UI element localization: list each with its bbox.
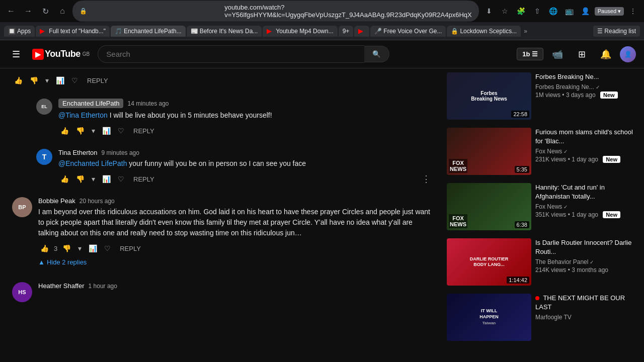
home-button[interactable]: ⌂ [55, 4, 69, 18]
forward-button[interactable]: → [21, 4, 35, 18]
tab-yt3[interactable]: ▶ [354, 26, 369, 37]
author-heather[interactable]: Heather Shaffer [38, 282, 85, 290]
duration-fox1: 5:35 [515, 166, 529, 173]
youtube-page: ☰ ▶ YouTube GB 🔍 1b ☰ 📹 ⊞ 🔔 👤 [0, 40, 644, 358]
like-enchanted[interactable]: 👍 [58, 125, 71, 137]
author-tina[interactable]: Tina Etherton [58, 149, 98, 156]
account-button[interactable]: 👤 [579, 4, 593, 18]
chart-bobbie[interactable]: 📊 [87, 242, 99, 254]
sidebar[interactable]: ForbesBreaking News 22:58 Forbes Breakin… [443, 68, 644, 358]
tab-num[interactable]: 9+ [339, 26, 354, 37]
reading-list-button[interactable]: ☰ Reading list [593, 26, 640, 37]
text-enchanted: @Tina Etherton I will be live about you … [58, 110, 431, 121]
video-title-fox2: Hannity: 'Cut and run' in Afghanistan 't… [535, 183, 640, 201]
video-title-marfoogle: THE NEXT MIGHT BE OUR LAST [535, 294, 640, 312]
dislike-tina[interactable]: 👎 [74, 173, 87, 185]
download-button[interactable]: ⬇ [482, 4, 496, 18]
time-bobbie: 20 hours ago [79, 198, 115, 205]
more-options-tina[interactable]: ⋮ [422, 173, 431, 185]
hide-replies-button[interactable]: ▲ Hide 2 replies [38, 254, 87, 270]
reply-button-top[interactable]: REPLY [83, 75, 112, 86]
comment-enchanted: EL Enchanted LifePath 14 minutes ago @Ti… [36, 99, 431, 137]
more-bobbie[interactable]: ▾ [76, 242, 84, 254]
tab-lockdown[interactable]: 🔒 Lockdown Sceptics... [447, 26, 521, 37]
channel-name-forbes: Forbes Breaking Ne... [535, 83, 594, 90]
chart-enchanted[interactable]: 📊 [100, 125, 113, 137]
thumb-label-fox2: FOXNEWS [449, 214, 467, 228]
sidebar-video-forbes[interactable]: ForbesBreaking News 22:58 Forbes Breakin… [447, 68, 640, 124]
sidebar-video-fox1[interactable]: FOXNEWS 5:35 Furious mom slams child's s… [447, 124, 640, 179]
chart-tina[interactable]: 📊 [100, 173, 113, 185]
tab-apps[interactable]: 🔲 Apps [4, 26, 35, 37]
search-button[interactable]: 🔍 [364, 46, 389, 62]
channel-name-fox2: Fox News [535, 203, 562, 210]
youtube-logo[interactable]: ▶ YouTube GB [32, 49, 90, 60]
more-enchanted[interactable]: ▾ [90, 125, 97, 137]
sidebar-video-marfoogle[interactable]: IT WILLHAPPENTaiwan THE NEXT MIGHT BE OU… [447, 290, 640, 345]
reply-indent-tina: T Tina Etherton 9 minutes ago @Enchanted… [36, 149, 431, 185]
video-info-fox2: Hannity: 'Cut and run' in Afghanistan 't… [535, 183, 640, 230]
more-button[interactable]: ⋮ [626, 4, 640, 18]
video-info-fox1: Furious mom slams child's school for 'Bl… [535, 128, 640, 175]
reply-enchanted[interactable]: REPLY [129, 125, 158, 137]
refresh-button[interactable]: ↻ [38, 4, 52, 18]
chart-button-top[interactable]: 📊 [54, 74, 66, 86]
reply-tina[interactable]: REPLY [129, 173, 158, 185]
back-button[interactable]: ← [4, 4, 18, 18]
reply-bobbie[interactable]: REPLY [116, 243, 145, 254]
author-enchanted[interactable]: Enchanted LifePath [58, 99, 123, 108]
counter-button[interactable]: 1b ☰ [517, 48, 543, 60]
comment-thread-bobbie: BP Bobbie Peak 20 hours ago I am beyond … [12, 191, 431, 276]
heart-tina[interactable]: ♡ [116, 173, 126, 185]
extensions-button[interactable]: 🧩 [514, 4, 528, 18]
address-bar[interactable]: 🔒 youtube.com/watch?v=Y56lfgsHYYM&lc=Ugy… [72, 1, 479, 22]
paused-chevron: ▾ [618, 8, 621, 15]
comment-thread-enchanted: EL Enchanted LifePath 14 minutes ago @Ti… [12, 93, 431, 143]
star-button[interactable]: ☆ [498, 4, 512, 18]
tab-fulltext-label: Full text of "Handb..." [49, 28, 106, 35]
sidebar-video-darlie[interactable]: DARLIE ROUTIERBODY LANG... 1:14:42 Is Da… [447, 234, 640, 290]
dislike-bobbie[interactable]: 👎 [60, 242, 73, 254]
thumbnail-marfoogle: IT WILLHAPPENTaiwan [447, 294, 531, 341]
like-tina[interactable]: 👍 [58, 173, 71, 185]
cast-button[interactable]: 📺 [562, 4, 577, 18]
mention-enchanted[interactable]: @Tina Etherton [58, 111, 108, 119]
time-enchanted: 14 minutes ago [127, 100, 169, 107]
more-actions-top[interactable]: ▾ [43, 74, 51, 86]
tab-ytmp4[interactable]: ▶ Youtube Mp4 Down... [263, 26, 337, 37]
heart-bobbie[interactable]: ♡ [102, 242, 113, 254]
comments-section[interactable]: 👍 👎 ▾ 📊 ♡ REPLY EL [0, 68, 443, 358]
grid-button[interactable]: ⊞ [572, 44, 592, 64]
heart-button-top[interactable]: ♡ [69, 74, 80, 86]
notifications-button[interactable]: 🔔 [596, 44, 616, 64]
translate-button[interactable]: 🌐 [546, 4, 560, 18]
youtube-logo-icon: ▶ [32, 49, 44, 60]
age-fox1: 1 day ago [572, 156, 598, 163]
reading-list-icon: ☰ [597, 28, 603, 35]
tabs-more-button[interactable]: » [522, 26, 529, 37]
create-button[interactable]: 📹 [547, 44, 568, 64]
heart-enchanted[interactable]: ♡ [116, 125, 126, 137]
channel-name-marfoogle: Marfoogle TV [535, 314, 572, 321]
like-button-top[interactable]: 👍 [12, 74, 25, 86]
duration-forbes: 22:58 [511, 111, 529, 118]
more-tina[interactable]: ▾ [90, 173, 97, 185]
search-input[interactable] [98, 45, 364, 63]
avatar[interactable]: 👤 [620, 46, 636, 62]
share-button[interactable]: ⇧ [530, 4, 544, 18]
tab-beforenews[interactable]: 📰 Before It's News Da... [187, 26, 262, 37]
author-bobbie[interactable]: Bobbie Peak [38, 197, 75, 205]
tab-freevoice[interactable]: 🎤 Free Voice Over Ge... [370, 26, 446, 37]
new-badge-forbes: New [600, 92, 618, 99]
like-bobbie[interactable]: 👍 [38, 242, 51, 254]
dislike-enchanted[interactable]: 👎 [74, 125, 87, 137]
sidebar-video-fox2[interactable]: FOXNEWS 6:38 Hannity: 'Cut and run' in A… [447, 179, 640, 234]
tab-enchanted[interactable]: 🎵 Enchanted LifePath... [111, 26, 186, 37]
hide-replies-chevron: ▲ [38, 258, 45, 266]
hamburger-menu-button[interactable]: ☰ [8, 45, 24, 64]
mention-tina[interactable]: @Enchanted LifePath [58, 159, 127, 167]
meta-darlie: 214K views • 3 months ago [535, 266, 640, 274]
comment-thread-top: 👍 👎 ▾ 📊 ♡ REPLY [12, 68, 431, 93]
dislike-button-top[interactable]: 👎 [28, 74, 40, 86]
tab-fulltext[interactable]: ▶ Full text of "Handb..." [36, 26, 110, 37]
